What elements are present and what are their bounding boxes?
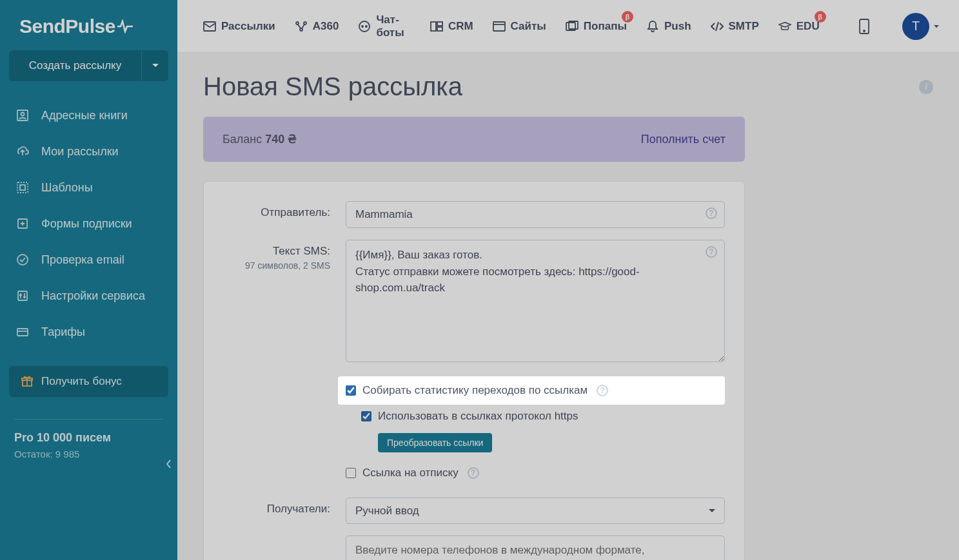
topnav-push[interactable]: Push (646, 20, 691, 33)
help-icon[interactable]: ? (468, 467, 479, 479)
svg-point-11 (296, 22, 299, 24)
plan-name: Pro 10 000 писем (14, 431, 163, 445)
svg-rect-19 (437, 27, 442, 31)
beta-badge: β (815, 11, 826, 23)
pulse-icon (117, 19, 133, 34)
beta-badge: β (622, 11, 633, 23)
svg-point-14 (359, 21, 370, 32)
topnav-popups[interactable]: Попапы β (566, 20, 627, 33)
flow-icon (295, 20, 308, 33)
svg-rect-18 (437, 22, 442, 26)
sidebar-item-email-check[interactable]: Проверка email (0, 242, 177, 277)
main: Рассылки A360 Чат-боты CRM Сайты Попапы (177, 0, 959, 560)
help-icon[interactable]: ? (706, 246, 717, 258)
mail-icon (203, 20, 216, 33)
sidebar: SendPulse Создать рассылку Адресные книг… (0, 0, 177, 560)
track-links-label: Собирать статистику переходов по ссылкам (362, 384, 588, 397)
user-menu[interactable]: Т (902, 13, 940, 40)
recipients-label: Получатели: (267, 503, 330, 515)
sidebar-item-my-campaigns[interactable]: Мои рассылки (0, 134, 177, 169)
plan-balance: Остаток: 9 985 (14, 449, 163, 459)
sidebar-item-label: Настройки сервиса (41, 289, 145, 303)
chat-icon (358, 20, 371, 33)
sidebar-nav: Адресные книги Мои рассылки Шаблоны Форм… (0, 94, 177, 353)
get-bonus-button[interactable]: Получить бонус (9, 366, 168, 397)
sidebar-item-label: Мои рассылки (41, 145, 119, 159)
topnav-edu[interactable]: EDU β (778, 20, 820, 33)
sms-textarea[interactable]: {{Имя}}, Ваш заказ готов. Статус отправк… (346, 240, 725, 362)
sidebar-item-pricing[interactable]: Тарифы (0, 314, 177, 349)
popup-icon (566, 20, 578, 33)
topnav: Рассылки A360 Чат-боты CRM Сайты Попапы (177, 0, 959, 53)
topnav-smtp[interactable]: SMTP (711, 20, 759, 33)
topnav-chatbots[interactable]: Чат-боты (358, 14, 410, 39)
content: Новая SMS рассылка i Баланс 740 ₴ Пополн… (177, 53, 959, 560)
topnav-sites[interactable]: Сайты (493, 20, 546, 33)
sidebar-item-address-books[interactable]: Адресные книги (0, 98, 177, 133)
convert-links-button[interactable]: Преобразовать ссылки (378, 433, 492, 452)
svg-point-16 (366, 26, 367, 27)
unsubscribe-label: Ссылка на отписку (362, 467, 459, 479)
create-campaign-button[interactable]: Создать рассылку (9, 50, 141, 81)
https-label: Использовать в ссылках протокол https (378, 410, 578, 423)
mortarboard-icon (778, 20, 791, 33)
check-circle-icon (15, 253, 30, 267)
https-row: Использовать в ссылках протокол https (361, 405, 725, 428)
recipients-select[interactable]: Ручной ввод (346, 497, 725, 524)
upload-icon (15, 144, 30, 159)
phone-numbers-input[interactable] (346, 536, 725, 560)
bell-icon (646, 20, 659, 33)
unsubscribe-checkbox[interactable] (346, 468, 356, 478)
topnav-campaigns[interactable]: Рассылки (203, 20, 275, 33)
brand-text: SendPulse (19, 15, 115, 37)
balance-text: Баланс 740 ₴ (222, 132, 297, 146)
sidebar-item-service-settings[interactable]: Настройки сервиса (0, 278, 177, 313)
svg-rect-7 (17, 329, 28, 336)
sidebar-item-label: Формы подписки (41, 217, 132, 231)
sidebar-item-label: Проверка email (41, 253, 124, 267)
svg-rect-20 (493, 22, 505, 31)
help-icon[interactable]: ? (597, 385, 608, 396)
page-title: Новая SMS рассылка (203, 72, 462, 101)
sms-counter: 97 символов, 2 SMS (204, 260, 330, 271)
unsubscribe-row: Ссылка на отписку ? (346, 461, 725, 485)
sidebar-item-label: Шаблоны (41, 181, 93, 195)
topup-link[interactable]: Пополнить счет (641, 133, 726, 146)
balance-bar: Баланс 740 ₴ Пополнить счет (203, 117, 745, 162)
divider (14, 419, 163, 420)
track-links-checkbox[interactable] (346, 385, 356, 396)
bonus-label: Получить бонус (41, 375, 122, 388)
gift-icon (21, 375, 34, 388)
form-card: Отправитель: ? Текст SMS: 97 символов, 2… (203, 181, 745, 560)
sender-input[interactable] (346, 201, 725, 228)
help-icon[interactable]: ? (706, 208, 717, 219)
book-icon (15, 108, 30, 122)
info-icon[interactable]: i (919, 80, 933, 94)
svg-rect-6 (18, 291, 27, 300)
sender-label: Отправитель: (261, 206, 330, 218)
topnav-crm[interactable]: CRM (430, 20, 473, 33)
sidebar-item-label: Тарифы (41, 325, 85, 339)
sidebar-item-subscription-forms[interactable]: Формы подписки (0, 206, 177, 241)
sidebar-item-templates[interactable]: Шаблоны (0, 170, 177, 205)
https-checkbox[interactable] (361, 411, 371, 421)
crm-icon (430, 20, 443, 33)
mobile-icon[interactable] (858, 17, 870, 35)
sidebar-item-label: Адресные книги (41, 109, 128, 122)
track-links-row: Собирать статистику переходов по ссылкам… (338, 376, 725, 405)
svg-point-13 (300, 28, 302, 31)
create-campaign-dropdown[interactable] (141, 50, 168, 81)
plan-info: Pro 10 000 писем Остаток: 9 985 (0, 431, 177, 471)
svg-point-24 (864, 30, 865, 32)
template-icon (15, 180, 30, 195)
code-icon (711, 20, 724, 33)
avatar: Т (902, 13, 929, 40)
svg-rect-3 (20, 185, 25, 190)
svg-point-5 (17, 255, 28, 265)
form-icon (15, 217, 30, 231)
topnav-a360[interactable]: A360 (295, 20, 339, 33)
brand-logo[interactable]: SendPulse (0, 0, 177, 50)
svg-rect-17 (431, 22, 436, 31)
collapse-sidebar-button[interactable] (166, 459, 172, 469)
svg-point-15 (362, 26, 363, 27)
